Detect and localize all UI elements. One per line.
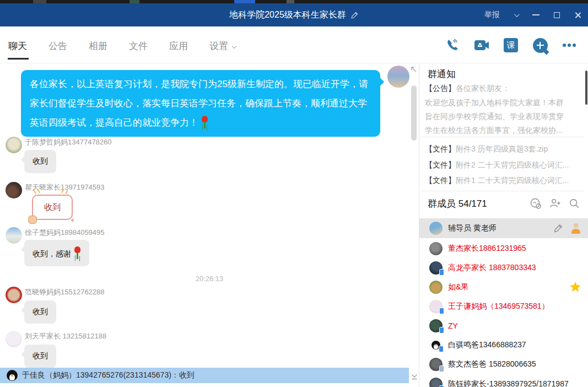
member-name: ZY (448, 321, 458, 330)
announcement-line: 旨在同步学校学院通知、学业表现等贯穿 (425, 112, 564, 122)
notice-bar-text: 于佳良（妈妈）13942765276(2313145673)：收到 (22, 370, 195, 380)
own-avatar[interactable] (387, 66, 409, 88)
avatar-xuzichu[interactable] (6, 227, 22, 244)
message-bubble[interactable]: 收到 (24, 300, 56, 324)
avatar-qutianxiao[interactable] (6, 182, 22, 198)
report-button[interactable]: 举报 (484, 10, 500, 20)
sender-name: 刘天平家长 13215812188 (25, 331, 106, 341)
member-row-counselor[interactable]: 辅导员 黄老师 (419, 218, 588, 238)
divider (421, 137, 584, 137)
file-tag: 【文件】 (425, 176, 456, 185)
rose-emoji (74, 246, 81, 260)
member-avatar (429, 222, 443, 235)
member-row[interactable]: 白骐鸣爸13466888237 (419, 335, 588, 354)
member-avatar (429, 378, 443, 387)
tab-album[interactable]: 相册 (89, 40, 107, 52)
message-bubble[interactable]: 收到，感谢 (24, 240, 89, 266)
member-row[interactable]: 董杰家长18861231965 (419, 239, 588, 258)
fist-icon (28, 216, 37, 224)
member-avatar (429, 338, 443, 352)
plus-bubble-icon[interactable] (532, 37, 548, 53)
active-tab-underline (8, 58, 29, 60)
avatar-fanxiaozheng[interactable] (6, 287, 22, 303)
anonymous-icon[interactable] (530, 197, 542, 209)
member-avatar (429, 281, 443, 294)
member-avatar (429, 300, 443, 313)
mobile-online-badge (439, 269, 444, 276)
group-notice-title: 群通知 (428, 68, 456, 80)
settings-chevron-down-icon (232, 44, 236, 49)
sender-name: 于陈梦哲妈妈13477478260 (25, 137, 112, 147)
class-icon[interactable]: 课 (503, 37, 519, 53)
voice-call-icon[interactable] (445, 37, 460, 53)
announcement-row[interactable]: 【公告】各位家长朋友： (425, 84, 510, 94)
maximize-button[interactable] (554, 12, 560, 18)
group-sidebar: 群通知 【公告】各位家长朋友： 欢迎您及孩子加入地科学院大家庭！本群 旨在同步学… (419, 63, 588, 387)
divider (421, 191, 584, 191)
sender-name: 范晓铮妈妈15512762288 (25, 287, 105, 297)
chat-area: 各位家长，以上英语复习计划，是我院专门为25级新生制定的。现已临近开学，请家长们… (0, 63, 419, 387)
sender-name: 瞿天晓家长13971974593 (25, 182, 105, 192)
member-row[interactable]: ZY (419, 316, 588, 335)
tabbar: 聊天 公告 相册 文件 应用 设置 课 (0, 26, 588, 63)
star-badge-icon (570, 282, 581, 292)
message-bubble[interactable]: 收到 (24, 150, 56, 173)
avatar-yuchenmengzhe[interactable] (6, 137, 22, 153)
file-row[interactable]: 【文件】附件1 二十天背完四级核心词汇... (425, 176, 569, 186)
tab-apps[interactable]: 应用 (169, 40, 188, 52)
more-icon[interactable] (562, 37, 577, 53)
member-search-icon[interactable] (568, 197, 580, 209)
rose-emoji (201, 116, 208, 129)
member-name: 辅导员 黄老师 (448, 223, 497, 233)
member-row[interactable]: 高龙亭家长 18837803343 (419, 258, 588, 277)
tab-announcement[interactable]: 公告 (48, 40, 67, 52)
new-message-notice-bar[interactable]: 于佳良（妈妈）13942765276(2313145673)：收到 (0, 368, 409, 383)
member-row[interactable]: 蔡文杰爸爸 15828006635 (419, 354, 588, 374)
chat-scrollbar-thumb[interactable] (411, 85, 417, 141)
file-tag: 【文件】 (425, 160, 456, 169)
file-row[interactable]: 【文件】附件2 二十天背完四级核心词汇... (425, 160, 569, 170)
members-title: 群成员 54/171 (428, 197, 487, 210)
sidebar-scrollbar-thumb[interactable] (585, 71, 587, 105)
mobile-online-badge (439, 308, 444, 314)
member-name: 蔡文杰爸爸 15828006635 (448, 359, 536, 369)
tab-settings-label: 设置 (209, 41, 228, 51)
tab-settings[interactable]: 设置 (209, 40, 235, 52)
mobile-online-badge (439, 366, 444, 372)
member-avatar (429, 242, 443, 255)
file-name: 附件2 二十天背完四级核心词汇... (456, 160, 569, 169)
member-row[interactable]: 如&果 (419, 277, 588, 297)
tab-chat[interactable]: 聊天 (8, 40, 27, 52)
message-bubble[interactable]: 收到 (24, 345, 56, 368)
sent-message-bubble[interactable]: 各位家长，以上英语复习计划，是我院专门为25级新生制定的。现已临近开学，请家长们… (21, 70, 380, 137)
announcement-line: 学生在校生活各方面事宜，强化家校协... (425, 126, 563, 136)
avatar-liutianping[interactable] (6, 331, 22, 347)
pencil-icon[interactable] (553, 223, 563, 233)
member-name: 董杰家长18861231965 (448, 244, 526, 254)
titlebar-chevron-down-icon[interactable] (514, 12, 520, 17)
titlebar: 地科学院2025级本科生家长群 举报 (0, 3, 588, 26)
message-text: 收到，感谢 (33, 249, 71, 258)
edit-title-icon[interactable] (350, 11, 359, 19)
message-text: 收到 (33, 157, 48, 165)
qq-penguin-avatar (7, 370, 18, 381)
class-icon-label: 课 (504, 38, 518, 52)
member-row[interactable]: 陈钰婷家长-13893897925/1871987 (419, 374, 588, 387)
minimize-button[interactable] (532, 14, 540, 15)
member-avatar (429, 319, 443, 332)
timestamp: 20:26:13 (0, 275, 419, 283)
tab-files[interactable]: 文件 (129, 40, 148, 52)
close-button[interactable] (574, 12, 581, 19)
announcement-tag: 【公告】 (425, 84, 456, 93)
admin-person-icon (571, 223, 581, 234)
member-row[interactable]: 王子谦妈妈（13469573581） (419, 297, 588, 316)
file-tag: 【文件】 (425, 144, 456, 153)
collapse-arrow-icon[interactable] (409, 64, 418, 73)
file-row[interactable]: 【文件】附件3 历年四级真题3套.zip (425, 144, 548, 154)
sender-name: 徐子楚妈妈18984059495 (25, 228, 105, 238)
add-member-icon[interactable] (549, 197, 561, 209)
message-text: 收到 (33, 307, 48, 316)
sticker-message[interactable]: 收到 (32, 195, 73, 220)
video-call-icon[interactable] (474, 37, 489, 53)
jump-to-bottom-icon[interactable] (410, 372, 419, 381)
